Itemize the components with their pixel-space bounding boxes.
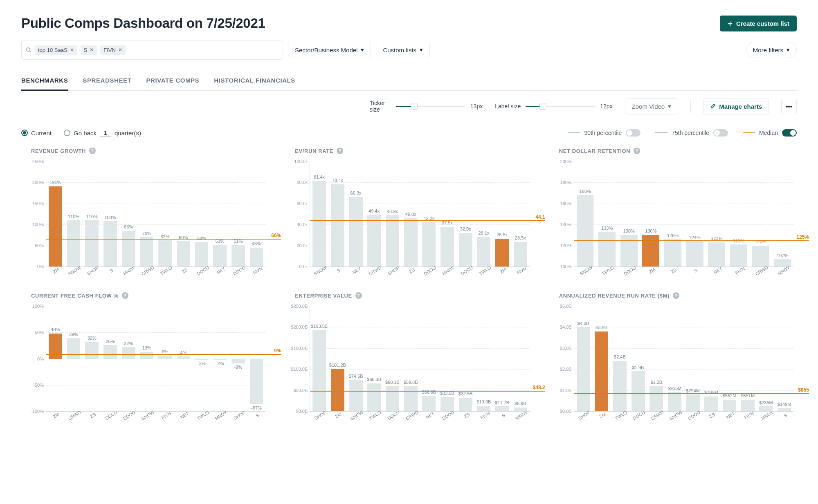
bar-SNOW[interactable] bbox=[668, 392, 681, 411]
help-icon[interactable]: ? bbox=[634, 148, 640, 154]
bar-ZM[interactable] bbox=[331, 369, 344, 411]
tab-benchmarks[interactable]: BENCHMARKS bbox=[21, 72, 68, 91]
bar-S[interactable] bbox=[778, 408, 791, 411]
bar-CRWD[interactable] bbox=[752, 246, 769, 267]
more-filters-button[interactable]: More filters ▾ bbox=[746, 42, 797, 58]
bar-ZS[interactable] bbox=[704, 396, 718, 411]
bar-ZM[interactable] bbox=[49, 186, 62, 267]
bar-ZM[interactable] bbox=[49, 334, 62, 359]
company-dropdown[interactable]: Zoom Video ▾ bbox=[625, 98, 679, 114]
manage-charts-button[interactable]: Manage charts bbox=[703, 99, 769, 114]
bar-TWLO[interactable] bbox=[158, 240, 172, 267]
bar-DDOG[interactable] bbox=[422, 222, 436, 267]
custom-lists-dropdown[interactable]: Custom lists ▾ bbox=[376, 42, 430, 58]
bar-FIVN[interactable] bbox=[514, 242, 527, 267]
help-icon[interactable]: ? bbox=[355, 292, 362, 299]
toggle-median[interactable] bbox=[782, 129, 797, 137]
chip-remove-icon[interactable]: ✕ bbox=[118, 47, 122, 53]
bar-S[interactable] bbox=[495, 406, 509, 411]
bar-CRWD[interactable] bbox=[404, 386, 418, 411]
bar-SHOP[interactable] bbox=[386, 215, 399, 267]
bar-value-label: $101.2B bbox=[329, 363, 346, 367]
bar-FIVN[interactable] bbox=[741, 400, 755, 411]
bar-value-label: -9% bbox=[234, 365, 243, 370]
help-icon[interactable]: ? bbox=[122, 292, 128, 299]
tab-historical-financials[interactable]: HISTORICAL FINANCIALS bbox=[214, 72, 295, 91]
filter-chip[interactable]: FIVN✕ bbox=[100, 45, 126, 55]
toggle-p75[interactable] bbox=[713, 129, 728, 137]
bar-DOCU[interactable] bbox=[631, 371, 645, 411]
bar-SHOP[interactable] bbox=[231, 359, 245, 364]
bar-TWLO[interactable] bbox=[598, 232, 616, 267]
bar-NET[interactable] bbox=[213, 245, 227, 267]
filter-chip[interactable]: top 10 SaaS✕ bbox=[35, 45, 77, 55]
chip-remove-icon[interactable]: ✕ bbox=[90, 47, 94, 53]
x-tick-label: S bbox=[501, 412, 506, 418]
chip-remove-icon[interactable]: ✕ bbox=[70, 47, 74, 53]
tab-spreadsheet[interactable]: SPREADSHEET bbox=[83, 72, 131, 91]
radio-current[interactable]: Current bbox=[21, 130, 52, 137]
bar-FIVN[interactable] bbox=[477, 406, 490, 411]
search-box[interactable]: top 10 SaaS✕ S✕ FIVN✕ bbox=[21, 40, 283, 60]
bar-TWLO[interactable] bbox=[613, 361, 627, 411]
bar-CRWD[interactable] bbox=[649, 386, 663, 411]
sector-dropdown[interactable]: Sector/Business Model ▾ bbox=[288, 42, 371, 58]
bar-S[interactable] bbox=[103, 221, 117, 267]
bar-NET[interactable] bbox=[349, 197, 363, 267]
radio-go-back[interactable]: Go back quarter(s) bbox=[64, 129, 141, 137]
quarters-input[interactable] bbox=[100, 129, 111, 137]
help-icon[interactable]: ? bbox=[89, 148, 96, 154]
label-size-slider[interactable] bbox=[526, 103, 595, 110]
bar-ZS[interactable] bbox=[85, 342, 99, 358]
bar-SHOP[interactable] bbox=[85, 220, 99, 267]
bar-ZM[interactable] bbox=[595, 332, 608, 411]
bar-S[interactable] bbox=[250, 359, 263, 405]
bar-TWLO[interactable] bbox=[477, 237, 490, 267]
bar-MNDY[interactable] bbox=[122, 231, 135, 267]
bar-FIVN[interactable] bbox=[158, 356, 172, 359]
bar-FIVN[interactable] bbox=[730, 244, 747, 267]
help-icon[interactable]: ? bbox=[673, 292, 679, 299]
bar-SHOP[interactable] bbox=[312, 330, 326, 411]
bar-ZS[interactable] bbox=[459, 398, 472, 411]
bar-ZS[interactable] bbox=[664, 239, 681, 267]
bar-TWLO[interactable] bbox=[367, 383, 381, 411]
bar-SNOW[interactable] bbox=[349, 380, 363, 411]
bar-CRWD[interactable] bbox=[367, 215, 381, 267]
bar-ZS[interactable] bbox=[177, 241, 190, 267]
bar-DOCU[interactable] bbox=[459, 233, 472, 267]
bar-NET[interactable] bbox=[723, 400, 736, 411]
bar-S[interactable] bbox=[331, 184, 344, 267]
bar-SNOW[interactable] bbox=[577, 195, 594, 267]
bar-SNOW[interactable] bbox=[312, 181, 326, 267]
tab-private-comps[interactable]: PRIVATE COMPS bbox=[146, 72, 199, 91]
bar-ZM[interactable] bbox=[642, 235, 659, 267]
bar-DOCU[interactable] bbox=[386, 386, 399, 411]
search-input[interactable] bbox=[129, 46, 279, 54]
bar-DDOG[interactable] bbox=[231, 245, 245, 267]
create-custom-list-button[interactable]: Create custom list bbox=[720, 16, 797, 31]
more-actions-button[interactable]: ••• bbox=[781, 99, 797, 114]
bar-DOCU[interactable] bbox=[195, 242, 208, 267]
filter-chip[interactable]: S✕ bbox=[81, 45, 97, 55]
bar-SNOW[interactable] bbox=[67, 220, 81, 267]
bar-DDOG[interactable] bbox=[620, 235, 638, 267]
bar-CRWD[interactable] bbox=[67, 338, 81, 358]
bar-S[interactable] bbox=[686, 241, 703, 267]
bar-SHOP[interactable] bbox=[577, 327, 590, 411]
bar-DDOG[interactable] bbox=[686, 394, 700, 411]
bar-ZS[interactable] bbox=[404, 218, 418, 267]
bar-DOCU[interactable] bbox=[103, 345, 117, 358]
bar-CRWD[interactable] bbox=[140, 237, 153, 267]
bar-DDOG[interactable] bbox=[440, 397, 454, 411]
ticker-size-slider[interactable] bbox=[396, 103, 465, 110]
bar-NET[interactable] bbox=[422, 396, 436, 411]
bar-DDOG[interactable] bbox=[122, 347, 135, 358]
bar-ZM[interactable] bbox=[495, 239, 509, 267]
bar-NET[interactable] bbox=[708, 242, 725, 267]
bar-SNOW[interactable] bbox=[140, 352, 153, 359]
toggle-p90[interactable] bbox=[626, 129, 640, 137]
help-icon[interactable]: ? bbox=[337, 148, 343, 154]
bar-MNDY[interactable] bbox=[440, 227, 454, 267]
bar-FIVN[interactable] bbox=[250, 248, 263, 267]
